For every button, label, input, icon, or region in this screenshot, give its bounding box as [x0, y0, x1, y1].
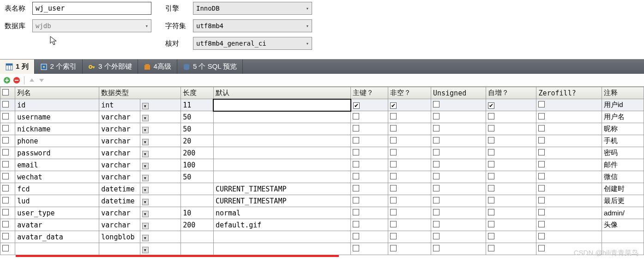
checkbox[interactable]: [390, 221, 397, 227]
type-dropdown-button[interactable]: ▾: [142, 199, 149, 205]
cell-default[interactable]: CURRENT_TIMESTAMP: [213, 195, 350, 207]
checkbox[interactable]: [433, 197, 439, 203]
cell-name[interactable]: id: [15, 99, 99, 111]
checkbox[interactable]: [353, 102, 360, 109]
checkbox[interactable]: [390, 125, 397, 131]
cell-length[interactable]: 20: [181, 135, 214, 147]
type-dropdown-button[interactable]: ▾: [142, 163, 149, 169]
cell-default[interactable]: CURRENT_TIMESTAMP: [213, 183, 350, 195]
checkbox[interactable]: [2, 113, 9, 119]
checkbox[interactable]: [2, 161, 9, 167]
checkbox[interactable]: [390, 161, 397, 167]
cell-type[interactable]: varchar: [99, 171, 140, 183]
type-dropdown-button[interactable]: ▾: [142, 211, 149, 217]
checkbox[interactable]: [538, 101, 545, 107]
checkbox[interactable]: [353, 125, 359, 131]
checkbox[interactable]: [390, 137, 397, 143]
cell-default[interactable]: default.gif: [213, 219, 350, 231]
checkbox[interactable]: [538, 161, 545, 167]
checkbox[interactable]: [390, 233, 397, 239]
cell-default[interactable]: [213, 171, 350, 183]
cell-comment[interactable]: [602, 231, 644, 243]
checkbox[interactable]: [390, 245, 397, 251]
checkbox[interactable]: [353, 209, 359, 215]
checkbox[interactable]: [353, 161, 359, 167]
cell-name[interactable]: phone: [15, 135, 99, 147]
checkbox[interactable]: [433, 185, 439, 191]
columns-grid[interactable]: 列名 数据类型 长度 默认 主键？ 非空？ Unsigned 自增？ Zerof…: [0, 87, 644, 255]
checkbox[interactable]: [488, 221, 494, 227]
cell-name[interactable]: nickname: [15, 123, 99, 135]
checkbox[interactable]: [353, 149, 359, 155]
table-row[interactable]: avatarvarchar▾200default.gif头像: [0, 219, 644, 231]
cell-type[interactable]: varchar: [99, 219, 140, 231]
tablename-input[interactable]: [32, 2, 151, 15]
checkbox[interactable]: [390, 102, 397, 109]
checkbox[interactable]: [353, 113, 359, 119]
table-row[interactable]: nicknamevarchar▾50昵称: [0, 123, 644, 135]
type-dropdown-button[interactable]: ▾: [142, 151, 149, 157]
cell-name[interactable]: avatar_data: [15, 231, 99, 243]
cell-length[interactable]: [181, 195, 214, 207]
cell-length[interactable]: 50: [181, 111, 214, 123]
checkbox[interactable]: [353, 173, 359, 179]
cell-default[interactable]: [213, 99, 350, 111]
checkbox[interactable]: [538, 209, 545, 215]
header-ai[interactable]: 自增？: [486, 87, 536, 99]
checkbox[interactable]: [433, 149, 439, 155]
cell-type[interactable]: varchar: [99, 111, 140, 123]
tab-indexes[interactable]: 2 个索引: [35, 60, 83, 74]
cell-comment[interactable]: 用户id: [602, 99, 644, 111]
header-unsigned[interactable]: Unsigned: [431, 87, 486, 99]
checkbox[interactable]: [390, 197, 397, 203]
checkbox[interactable]: [433, 137, 439, 143]
cell-name[interactable]: username: [15, 111, 99, 123]
cell-type[interactable]: varchar: [99, 135, 140, 147]
checkbox[interactable]: [390, 113, 397, 119]
checkbox[interactable]: [538, 197, 545, 203]
checkbox[interactable]: [2, 209, 9, 215]
checkbox[interactable]: [488, 161, 494, 167]
table-row[interactable]: idint▾11用户id: [0, 99, 644, 111]
charset-combo[interactable]: utf8mb4 ▾: [193, 19, 312, 32]
cell-length[interactable]: 50: [181, 171, 214, 183]
cell-default[interactable]: [213, 123, 350, 135]
cell-type[interactable]: varchar: [99, 207, 140, 219]
checkbox[interactable]: [390, 209, 397, 215]
checkbox[interactable]: [2, 197, 9, 203]
checkbox[interactable]: [488, 125, 494, 131]
cell-default[interactable]: [213, 135, 350, 147]
table-row-empty[interactable]: ▾: [0, 243, 644, 255]
checkbox[interactable]: [538, 113, 545, 119]
type-dropdown-button[interactable]: ▾: [142, 223, 149, 229]
header-length[interactable]: 长度: [181, 87, 214, 99]
checkbox[interactable]: [353, 221, 359, 227]
checkbox[interactable]: [2, 221, 9, 227]
checkbox[interactable]: [390, 173, 397, 179]
cell-default[interactable]: [213, 231, 350, 243]
cell-name[interactable]: password: [15, 147, 99, 159]
cell-comment[interactable]: 手机: [602, 135, 644, 147]
header-comment[interactable]: 注释: [602, 87, 644, 99]
tab-advanced[interactable]: 4高级: [138, 60, 177, 74]
remove-row-button[interactable]: [12, 76, 21, 84]
header-default[interactable]: 默认: [213, 87, 350, 99]
cell-comment[interactable]: 微信: [602, 171, 644, 183]
cell-length[interactable]: 200: [181, 219, 214, 231]
checkbox[interactable]: [433, 161, 439, 167]
cell-type[interactable]: varchar: [99, 123, 140, 135]
checkbox[interactable]: [353, 245, 359, 251]
type-dropdown-button[interactable]: ▾: [142, 247, 149, 253]
checkbox[interactable]: [353, 185, 359, 191]
header-pk[interactable]: 主键？: [351, 87, 388, 99]
table-row[interactable]: usernamevarchar▾50用户名: [0, 111, 644, 123]
table-row[interactable]: phonevarchar▾20手机: [0, 135, 644, 147]
type-dropdown-button[interactable]: ▾: [142, 103, 149, 109]
checkbox[interactable]: [353, 233, 359, 239]
checkbox[interactable]: [538, 125, 545, 131]
cell-comment[interactable]: 头像: [602, 219, 644, 231]
checkbox[interactable]: [390, 149, 397, 155]
select-all-checkbox[interactable]: [2, 89, 9, 95]
cell-length[interactable]: 200: [181, 147, 214, 159]
checkbox[interactable]: [538, 245, 545, 251]
